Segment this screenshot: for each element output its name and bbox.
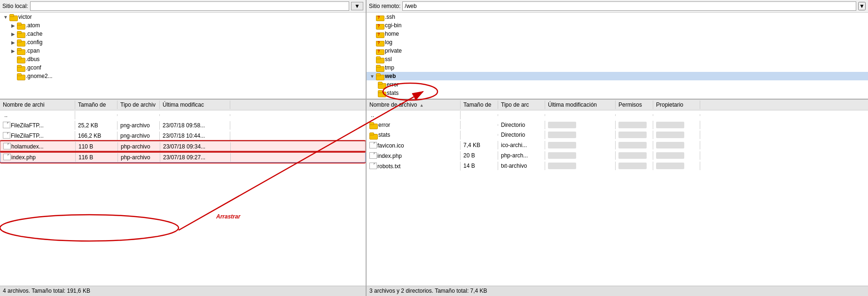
folder-icon-error: [378, 82, 385, 88]
toggle-web[interactable]: ▼: [368, 74, 376, 79]
local-file-list: Nombre de archi Tamaño de Tipo de archiv…: [0, 100, 366, 286]
remote-item-tmp[interactable]: tmp: [367, 63, 868, 72]
tree-label-atom: .atom: [26, 22, 40, 29]
sitio-local-input[interactable]: [30, 1, 349, 11]
remote-file-row-error[interactable]: error Directorio: [367, 120, 868, 130]
remote-file-name-robots: robots.txt: [367, 162, 461, 171]
sitio-local-dropdown[interactable]: ▼: [351, 2, 363, 10]
rcol-header-size[interactable]: Tamaño de: [461, 101, 498, 109]
remote-file-name-stats: stats: [367, 131, 461, 139]
folder-icon-dbus: [17, 56, 24, 62]
remote-file-name-indexphp: index.php: [367, 151, 461, 160]
file-date-filezila1: 23/07/18 09:58...: [160, 121, 230, 130]
file-name-holamudex: holamudex...: [0, 142, 76, 151]
remote-item-error[interactable]: error: [367, 80, 868, 89]
file-name-dotdot: ..: [0, 111, 75, 119]
toggle-cpan[interactable]: ▶: [9, 48, 17, 54]
remote-item-cgibin[interactable]: cgi-bin: [367, 21, 868, 30]
folder-icon-cache: [17, 31, 24, 37]
tree-item-atom[interactable]: ▶ .atom: [0, 21, 366, 30]
local-tree[interactable]: ▼ victor ▶ .atom ▶ .cache ▶ .config ▶: [0, 13, 366, 100]
remote-file-name-favicon: favicon.ico: [367, 141, 461, 150]
file-name-indexphp: index.php: [0, 153, 76, 162]
question-folder-home: [376, 31, 383, 37]
file-icon-holamudex: [3, 143, 10, 148]
rcol-header-date[interactable]: Última modificación: [545, 101, 616, 109]
folder-icon-config: [17, 39, 24, 46]
file-row-filezila2[interactable]: FileZilaFTP... 166,2 KB png-archivo 23/0…: [0, 131, 366, 141]
rcol-header-type[interactable]: Tipo de arc: [498, 101, 545, 109]
remote-item-ssh[interactable]: .ssh: [367, 13, 868, 21]
col-header-date[interactable]: Última modificac: [160, 101, 230, 109]
remote-item-home[interactable]: home: [367, 30, 868, 38]
file-size-holamudex: 110 B: [76, 142, 118, 151]
folder-icon-gnome2: [17, 73, 24, 79]
toggle-atom[interactable]: ▶: [9, 23, 17, 28]
file-icon-robots: [369, 163, 376, 168]
remote-file-row-robots[interactable]: robots.txt 14 B txt-archivo: [367, 161, 868, 171]
remote-file-row-dotdot[interactable]: ..: [367, 110, 868, 120]
file-size-filezila2: 166,2 KB: [75, 132, 117, 140]
remote-file-row-indexphp[interactable]: index.php 20 B php-arch...: [367, 151, 868, 161]
file-date-filezila2: 23/07/18 10:44...: [160, 132, 230, 140]
col-header-name[interactable]: Nombre de archi: [0, 101, 75, 109]
tree-item-gconf[interactable]: .gconf: [0, 63, 366, 72]
folder-icon-stats: [378, 90, 385, 96]
toggle-config[interactable]: ▶: [9, 40, 17, 45]
tree-item-dbus[interactable]: .dbus: [0, 55, 366, 63]
remote-file-list: Nombre de archivo ▲ Tamaño de Tipo de ar…: [367, 100, 868, 286]
remote-file-name-error: error: [367, 121, 461, 129]
remote-file-row-favicon[interactable]: favicon.ico 7,4 KB ico-archi...: [367, 140, 868, 151]
file-row-dotdot[interactable]: ..: [0, 110, 366, 120]
tree-label-config: .config: [26, 39, 42, 46]
file-row-holamudex[interactable]: holamudex... 110 B php-archivo 23/07/18 …: [0, 141, 366, 152]
remote-item-stats[interactable]: stats: [367, 89, 868, 97]
sitio-remoto-bar: Sitio remoto: ▼: [367, 0, 868, 13]
remote-item-web[interactable]: ▼ web: [367, 72, 868, 80]
file-name-filezila2: FileZilaFTP...: [0, 131, 75, 140]
remote-status: 3 archivos y 2 directorios. Tamaño total…: [367, 286, 868, 296]
local-file-body[interactable]: .. FileZilaFTP... 25,2 KB png-archivo 23…: [0, 110, 366, 286]
folder-icon-victor: [9, 14, 17, 20]
remote-file-name-dotdot: ..: [367, 111, 461, 119]
folder-icon-tmp: [376, 65, 383, 71]
file-icon-filezila2: [3, 132, 9, 138]
col-header-type[interactable]: Tipo de archiv: [117, 101, 160, 109]
rcol-header-name[interactable]: Nombre de archivo ▲: [367, 101, 461, 109]
file-row-filezila1[interactable]: FileZilaFTP... 25,2 KB png-archivo 23/07…: [0, 120, 366, 131]
file-size-filezila1: 25,2 KB: [75, 121, 117, 130]
folder-icon-web: [376, 73, 383, 79]
toggle-victor[interactable]: ▼: [2, 15, 9, 20]
col-header-size[interactable]: Tamaño de: [75, 101, 117, 109]
file-date-holamudex: 23/07/18 09:34...: [160, 142, 231, 151]
sitio-remoto-input[interactable]: [402, 1, 856, 11]
remote-file-row-stats[interactable]: stats Directorio: [367, 130, 868, 140]
folder-icon-atom: [17, 23, 24, 29]
tree-label-victor: victor: [18, 14, 32, 20]
tree-item-gnome2[interactable]: .gnome2...: [0, 72, 366, 80]
tree-item-victor[interactable]: ▼ victor: [0, 13, 366, 21]
file-row-indexphp[interactable]: index.php 116 B php-archivo 23/07/18 09:…: [0, 152, 366, 163]
file-type-filezila2: png-archivo: [117, 132, 160, 140]
remote-file-body[interactable]: .. error Directorio: [367, 110, 868, 286]
remote-tree[interactable]: .ssh cgi-bin home log: [367, 13, 868, 100]
folder-icon-error-file: [369, 122, 377, 128]
sitio-local-bar: Sitio local: ▼: [0, 0, 366, 13]
tree-item-config[interactable]: ▶ .config: [0, 38, 366, 47]
tree-item-cpan[interactable]: ▶ .cpan: [0, 47, 366, 55]
tree-item-cache[interactable]: ▶ .cache: [0, 30, 366, 38]
remote-item-private[interactable]: private: [367, 47, 868, 55]
file-date-indexphp: 23/07/18 09:27...: [160, 153, 231, 162]
rcol-header-owner[interactable]: Propietario: [653, 101, 700, 109]
file-size-dotdot: [75, 114, 117, 116]
sort-indicator: ▲: [420, 103, 424, 108]
remote-item-log[interactable]: log: [367, 38, 868, 47]
tree-label-gnome2: .gnome2...: [26, 73, 53, 79]
remote-item-ssl[interactable]: ssl: [367, 55, 868, 63]
question-folder-cgibin: [376, 23, 383, 29]
file-type-holamudex: php-archivo: [118, 142, 160, 151]
tree-label-dbus: .dbus: [26, 56, 39, 62]
sitio-remoto-dropdown[interactable]: ▼: [858, 2, 866, 10]
toggle-cache[interactable]: ▶: [9, 31, 17, 37]
rcol-header-perms[interactable]: Permisos: [616, 101, 653, 109]
